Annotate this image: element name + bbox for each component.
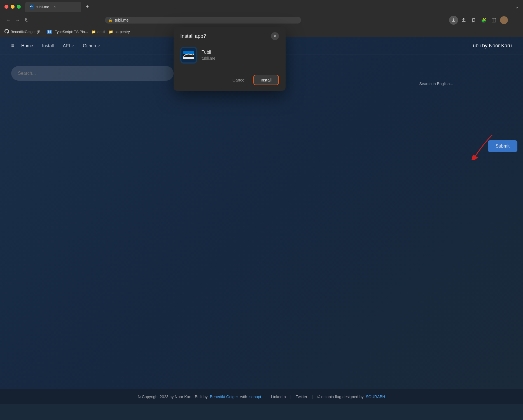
app-icon: [180, 47, 197, 64]
hamburger-icon[interactable]: ≡: [11, 43, 15, 49]
page-content: ≡ Home Install API ↗ Github ↗ ubli by No…: [0, 37, 523, 404]
with-text: with: [240, 395, 247, 399]
sonapi-link[interactable]: sonapi: [249, 395, 261, 399]
dialog-footer: Cancel Install: [174, 70, 286, 91]
bookmark-icon[interactable]: [469, 16, 478, 25]
dialog-title: Install app?: [180, 33, 206, 39]
chevron-down-icon[interactable]: ⌄: [515, 4, 519, 10]
svg-rect-7: [183, 51, 194, 54]
active-tab[interactable]: tubli.me ×: [25, 2, 81, 12]
tab-bar: tubli.me × +: [25, 2, 515, 12]
flag-text: © estonia flag designed by: [317, 395, 363, 399]
address-bar: ← → ↻ 🔒 tubli.me: [0, 13, 523, 27]
separator-1: |: [265, 395, 267, 399]
svg-rect-1: [31, 7, 32, 7]
share-icon[interactable]: [459, 16, 468, 25]
tab-close-button[interactable]: ×: [53, 4, 57, 9]
close-window-button[interactable]: [4, 5, 8, 9]
bookmark-github-label: BenediktGeiger (B...: [11, 30, 43, 34]
partial-search-label: Search in English...: [419, 81, 453, 86]
split-icon[interactable]: [489, 16, 498, 25]
github-icon: [4, 29, 9, 34]
dialog-header: Install app? ×: [174, 27, 286, 45]
bookmark-github[interactable]: BenediktGeiger (B...: [4, 29, 43, 34]
nav-install[interactable]: Install: [42, 43, 54, 48]
back-button[interactable]: ←: [4, 16, 12, 24]
bookmark-typescript-label: TypeScript: TS Pla...: [55, 30, 88, 34]
search-input[interactable]: [11, 66, 174, 81]
dialog-close-button[interactable]: ×: [271, 32, 279, 40]
typescript-icon: TS: [47, 30, 52, 34]
tab-favicon: [30, 4, 34, 9]
flag-designer-link[interactable]: SOURABH: [366, 395, 385, 399]
nav-github[interactable]: Github ↗: [83, 43, 100, 48]
avatar[interactable]: [499, 16, 508, 25]
external-link-icon-2: ↗: [97, 44, 100, 48]
address-text: tubli.me: [115, 18, 129, 22]
traffic-lights: [4, 5, 21, 9]
app-url: tubli.me: [202, 56, 215, 60]
maximize-window-button[interactable]: [17, 5, 21, 9]
partial-submit-button[interactable]: Submit: [488, 140, 517, 152]
install-app-dialog: Install app? × Tubli tubli.me: [174, 27, 286, 91]
external-link-icon: ↗: [71, 44, 74, 48]
app-name: Tubli: [202, 50, 215, 55]
refresh-button[interactable]: ↻: [24, 16, 30, 24]
bookmark-eesti[interactable]: 📁 eesti: [91, 30, 105, 34]
bookmark-typescript[interactable]: TS TypeScript: TS Pla...: [47, 30, 88, 34]
tab-title: tubli.me: [36, 5, 49, 9]
forward-button[interactable]: →: [14, 16, 21, 24]
bookmark-eesti-label: eesti: [97, 30, 105, 34]
address-input[interactable]: 🔒 tubli.me: [105, 17, 301, 24]
copyright-text: © Copyright 2023 by Noor Karu. Built by: [138, 395, 207, 399]
built-by-link[interactable]: Benedikt Geiger: [210, 395, 238, 399]
install-button[interactable]: Install: [253, 75, 279, 85]
cancel-button[interactable]: Cancel: [228, 75, 250, 85]
folder-icon-2: 📁: [109, 30, 113, 34]
separator-2: |: [290, 395, 291, 399]
extensions-icon[interactable]: 🧩: [479, 16, 488, 25]
menu-icon[interactable]: ⋮: [510, 16, 519, 25]
bookmark-carpentry[interactable]: 📁 carpentry: [109, 30, 130, 34]
site-footer: © Copyright 2023 by Noor Karu. Built by …: [0, 389, 523, 404]
dialog-body: Tubli tubli.me: [174, 45, 286, 70]
separator-3: |: [312, 395, 313, 399]
minimize-window-button[interactable]: [11, 5, 15, 9]
lock-icon: 🔒: [108, 18, 113, 22]
app-info: Tubli tubli.me: [202, 50, 215, 60]
folder-icon: 📁: [91, 30, 96, 34]
bookmark-carpentry-label: carpentry: [115, 30, 130, 34]
nav-home[interactable]: Home: [21, 43, 33, 48]
toolbar-icons: 🧩 ⋮: [449, 16, 519, 25]
twitter-link[interactable]: Twitter: [296, 395, 307, 399]
site-brand: ubli by Noor Karu: [473, 43, 512, 49]
title-bar: tubli.me × + ⌄: [0, 0, 523, 13]
new-tab-button[interactable]: +: [83, 3, 91, 11]
download-icon[interactable]: [449, 16, 458, 25]
svg-rect-9: [183, 57, 194, 59]
linkedin-link[interactable]: LinkedIn: [271, 395, 286, 399]
nav-api[interactable]: API ↗: [63, 43, 74, 48]
nav-links: Home Install API ↗ Github ↗: [21, 43, 100, 48]
